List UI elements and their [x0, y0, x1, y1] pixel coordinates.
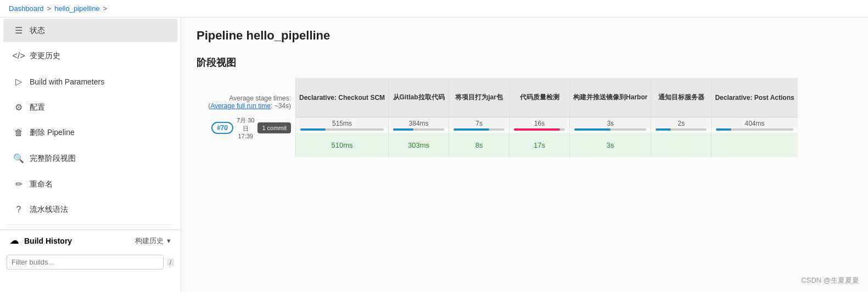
stage-cell-1[interactable]: 303ms: [389, 133, 449, 157]
left-info-col: Average stage times: (Average full run t…: [197, 78, 295, 157]
stage-header-1: 从Gitlab拉取代码: [389, 78, 449, 117]
build-date: 7月 30 日 17:39: [237, 116, 254, 139]
stage-avg-3: 16s: [509, 117, 569, 128]
sidebar: ☰ 状态 </> 变更历史 ▷ Build with Parameters ⚙ …: [0, 18, 181, 292]
stage-cell-6[interactable]: [712, 133, 797, 157]
stage-col-gitlab-pull: 从Gitlab拉取代码 384ms 303ms: [388, 78, 449, 157]
edit-icon: ✏: [13, 179, 24, 189]
build-history-label: Build History: [24, 237, 72, 245]
sidebar-item-delete[interactable]: 🗑 删除 Pipeline: [3, 121, 177, 144]
sidebar-item-fullview[interactable]: 🔍 完整阶段视图: [3, 147, 177, 170]
stage-header-6: Declarative: Post Actions: [712, 78, 797, 117]
build-badge[interactable]: #70: [211, 122, 233, 134]
stage-avg-0: 515ms: [296, 117, 388, 128]
stage-view: Average stage times: (Average full run t…: [197, 78, 853, 157]
sidebar-item-status[interactable]: ☰ 状态: [3, 19, 177, 42]
chevron-down-icon: ▾: [167, 237, 171, 245]
sidebar-item-changes[interactable]: </> 变更历史: [3, 44, 177, 68]
stage-avg-5: 2s: [651, 117, 711, 128]
play-icon: ▷: [13, 76, 24, 87]
stage-header-5: 通知目标服务器: [651, 78, 711, 117]
sidebar-label-config: 配置: [30, 103, 45, 113]
stage-avg-4: 3s: [570, 117, 651, 128]
stage-cell-4[interactable]: 3s: [570, 133, 651, 157]
code-icon: </>: [13, 51, 24, 61]
stage-cell-5[interactable]: [651, 133, 711, 157]
filter-builds-container: /: [0, 251, 181, 273]
section-title: 阶段视图: [197, 56, 853, 69]
commit-box[interactable]: 1 commit: [257, 122, 291, 133]
watermark: CSDN @生夏夏夏: [801, 276, 859, 285]
help-icon: ?: [13, 205, 24, 215]
avg-times-label: Average stage times: (Average full run t…: [197, 78, 295, 112]
page-title: Pipeline hello_pipelline: [197, 29, 853, 43]
stage-bar-2: [453, 128, 505, 131]
breadcrumb: Dashboard > hello_pipelline >: [0, 0, 868, 18]
gear-icon: ⚙: [13, 102, 24, 113]
trash-icon: 🗑: [13, 128, 24, 138]
stage-col-code-quality: 代码质量检测 16s 17s: [509, 78, 569, 157]
breadcrumb-dashboard[interactable]: Dashboard: [9, 4, 44, 13]
stage-header-0: Declarative: Checkout SCM: [296, 78, 388, 117]
main-content: Pipeline hello_pipelline 阶段视图 Average st…: [181, 18, 868, 292]
slash-badge: /: [167, 259, 174, 266]
sidebar-label-status: 状态: [30, 26, 45, 36]
breadcrumb-sep1: >: [47, 4, 52, 13]
stage-bar-0: [300, 128, 384, 131]
search-icon: 🔍: [13, 153, 24, 164]
status-icon: ☰: [13, 25, 24, 36]
stage-bar-1: [393, 128, 444, 131]
stage-bar-3: [514, 128, 565, 131]
stage-avg-1: 384ms: [389, 117, 449, 128]
sidebar-label-fullview: 完整阶段视图: [30, 154, 76, 164]
full-run-time-link[interactable]: Average full run time: [210, 102, 271, 110]
stage-bar-5: [656, 128, 707, 131]
sidebar-item-syntax[interactable]: ? 流水线语法: [3, 198, 177, 221]
stage-cell-0[interactable]: 510ms: [296, 133, 388, 157]
sidebar-item-config[interactable]: ⚙ 配置: [3, 96, 177, 119]
stage-cell-3[interactable]: 17s: [509, 133, 569, 157]
stage-header-3: 代码质量检测: [509, 78, 569, 117]
sidebar-label-changes: 变更历史: [30, 51, 60, 61]
stage-bar-6: [716, 128, 793, 131]
stage-header-4: 构建并推送镜像到Harbor: [570, 78, 651, 117]
stage-bar-4: [574, 128, 646, 131]
stage-cell-2[interactable]: 8s: [449, 133, 509, 157]
sidebar-item-rename[interactable]: ✏ 重命名: [3, 172, 177, 196]
stage-col-jar-package: 将项目打为jar包 7s 8s: [449, 78, 509, 157]
sidebar-label-syntax: 流水线语法: [30, 205, 68, 215]
breadcrumb-pipeline[interactable]: hello_pipelline: [54, 4, 99, 13]
sidebar-label-rename: 重命名: [30, 179, 53, 189]
stage-col-harbor-push: 构建并推送镜像到Harbor 3s 3s: [569, 78, 651, 157]
sidebar-item-build[interactable]: ▷ Build with Parameters: [3, 70, 177, 93]
breadcrumb-sep2: >: [103, 4, 108, 13]
stage-col-declarative-post: Declarative: Post Actions 404ms: [711, 78, 797, 157]
build-history-sublabel: 构建历史: [135, 236, 164, 246]
stage-col-declarative-checkout: Declarative: Checkout SCM 515ms 510ms: [295, 78, 388, 157]
stage-header-2: 将项目打为jar包: [449, 78, 509, 117]
stages-grid: Declarative: Checkout SCM 515ms 510ms 从G…: [295, 78, 798, 157]
cloud-icon: ☁: [10, 235, 19, 246]
sidebar-label-build: Build with Parameters: [30, 77, 104, 86]
stage-col-notify: 通知目标服务器 2s: [651, 78, 711, 157]
build-history-header[interactable]: ☁ Build History 构建历史 ▾: [0, 229, 181, 251]
build-row-left: #70 7月 30 日 17:39 1 commit: [197, 112, 295, 144]
stage-avg-6: 404ms: [712, 117, 797, 128]
filter-builds-input[interactable]: [7, 255, 164, 269]
sidebar-divider: [7, 224, 174, 225]
stage-avg-2: 7s: [449, 117, 509, 128]
sidebar-label-delete: 删除 Pipeline: [30, 128, 75, 138]
